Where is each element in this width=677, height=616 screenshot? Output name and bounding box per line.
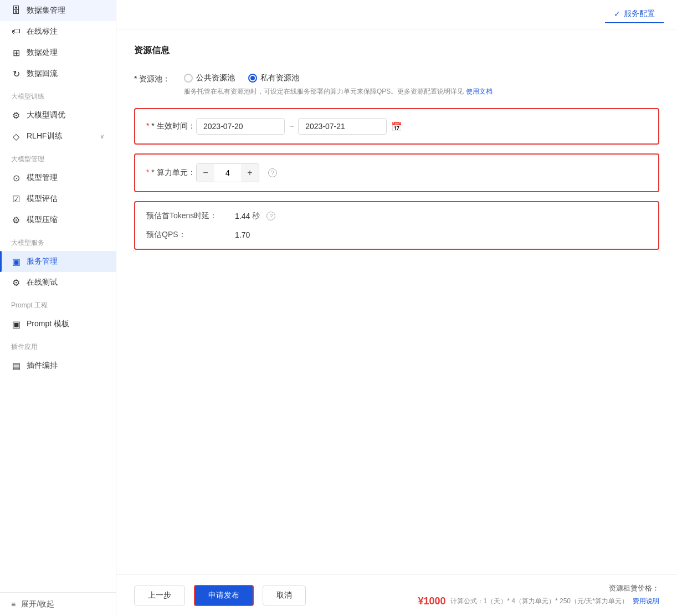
tokens-latency-value: 1.44 bbox=[235, 212, 250, 220]
sidebar-item-service-manage[interactable]: ▣ 服务管理 bbox=[0, 251, 116, 272]
private-pool-radio[interactable] bbox=[248, 74, 257, 83]
section-label-service: 大模型服务 bbox=[0, 230, 116, 251]
rlhf-arrow-icon: ∨ bbox=[100, 132, 105, 140]
resource-pool-options: 公共资源池 私有资源池 bbox=[184, 70, 493, 83]
model-compress-icon: ⚙ bbox=[11, 215, 21, 225]
date-separator: ~ bbox=[289, 122, 294, 131]
sidebar-item-label: RLHF训练 bbox=[27, 131, 63, 141]
price-row: ¥1000 计算公式：1（天）* 4（算力单元）* 250（元/天*算力单元） … bbox=[418, 596, 659, 607]
finetune-icon: ⚙ bbox=[11, 110, 21, 120]
estimation-box: 预估首Tokens时延： 1.44 秒 ? 预估QPS： 1.70 bbox=[134, 201, 659, 250]
sidebar-item-label: 模型压缩 bbox=[27, 215, 58, 225]
sidebar-item-label: 在线测试 bbox=[27, 278, 58, 288]
data-process-icon: ⊞ bbox=[11, 48, 21, 58]
sidebar-item-data-process[interactable]: ⊞ 数据处理 bbox=[0, 42, 116, 63]
sidebar-item-label: 数据处理 bbox=[27, 48, 58, 58]
sidebar-item-model-manage[interactable]: ⊙ 模型管理 bbox=[0, 167, 116, 188]
tokens-latency-unit: 秒 bbox=[252, 211, 260, 221]
sidebar-collapse-toggle[interactable]: ≡ 展开/收起 bbox=[0, 592, 116, 616]
stepper-minus-button[interactable]: − bbox=[197, 164, 214, 182]
sidebar-item-label: Prompt 模板 bbox=[27, 319, 69, 329]
sidebar-item-label: 插件编排 bbox=[27, 361, 58, 371]
collapse-label: 展开/收起 bbox=[21, 599, 54, 609]
sidebar-item-label: 模型评估 bbox=[27, 194, 58, 204]
effective-time-box: * * 生效时间： ~ 📅 bbox=[134, 108, 659, 145]
date-start-input[interactable] bbox=[196, 118, 285, 135]
hint-link[interactable]: 使用文档 bbox=[466, 88, 493, 95]
stepper-value-input[interactable] bbox=[214, 165, 241, 181]
qps-row: 预估QPS： 1.70 bbox=[146, 230, 647, 240]
bottom-bar: 上一步 申请发布 取消 资源租赁价格： ¥1000 计算公式：1（天）* 4（算… bbox=[116, 574, 677, 616]
collapse-icon: ≡ bbox=[11, 600, 16, 609]
main-content: ✓ 服务配置 资源信息 * 资源池： 公共资源池 私有资源池 bbox=[116, 0, 677, 616]
prev-button[interactable]: 上一步 bbox=[134, 586, 185, 605]
submit-button[interactable]: 申请发布 bbox=[194, 585, 254, 606]
sidebar-item-plugin-arrange[interactable]: ▤ 插件编排 bbox=[0, 355, 116, 376]
tokens-latency-row: 预估首Tokens时延： 1.44 秒 ? bbox=[146, 211, 647, 221]
online-test-icon: ⚙ bbox=[11, 278, 21, 288]
rlhf-icon: ◇ bbox=[11, 131, 21, 141]
price-link[interactable]: 费用说明 bbox=[633, 597, 659, 606]
sidebar: 🗄 数据集管理 🏷 在线标注 ⊞ 数据处理 ↻ 数据回流 大模型训练 ⚙ 大模型… bbox=[0, 0, 116, 616]
plugin-arrange-icon: ▤ bbox=[11, 361, 21, 371]
private-pool-label: 私有资源池 bbox=[260, 73, 299, 83]
date-end-input[interactable] bbox=[298, 118, 387, 135]
sidebar-item-label: 服务管理 bbox=[27, 256, 58, 266]
price-formula: 计算公式：1（天）* 4（算力单元）* 250（元/天*算力单元） bbox=[450, 597, 628, 606]
section-title: 资源信息 bbox=[134, 45, 659, 57]
calendar-icon[interactable]: 📅 bbox=[391, 121, 402, 132]
compute-unit-help-icon[interactable]: ? bbox=[268, 168, 277, 177]
date-range: ~ 📅 bbox=[196, 118, 402, 135]
top-tab-bar: ✓ 服务配置 bbox=[116, 0, 677, 29]
tab-check-icon: ✓ bbox=[614, 9, 620, 18]
resource-pool-label: * 资源池： bbox=[134, 70, 184, 84]
compute-unit-row: * * 算力单元： − + ? bbox=[146, 163, 647, 182]
public-pool-option[interactable]: 公共资源池 bbox=[184, 73, 235, 83]
sidebar-item-label: 数据回流 bbox=[27, 69, 58, 79]
sidebar-item-online-test[interactable]: ⚙ 在线测试 bbox=[0, 272, 116, 293]
sidebar-item-label: 大模型调优 bbox=[27, 110, 65, 120]
section-label-model-manage: 大模型管理 bbox=[0, 147, 116, 167]
sidebar-item-label: 数据集管理 bbox=[27, 6, 65, 16]
prompt-template-icon: ▣ bbox=[11, 319, 21, 329]
resource-pool-row: * 资源池： 公共资源池 私有资源池 服务托管在私有资源池时，可设定在线服务部署… bbox=[134, 70, 659, 97]
price-label: 资源租赁价格： bbox=[418, 583, 659, 593]
model-manage-icon: ⊙ bbox=[11, 173, 21, 183]
service-manage-icon: ▣ bbox=[11, 256, 21, 266]
compute-unit-stepper: − + bbox=[196, 163, 259, 182]
content-area: 资源信息 * 资源池： 公共资源池 私有资源池 服务托管在私有资源池时，可设定在… bbox=[116, 29, 677, 574]
section-label-train: 大模型训练 bbox=[0, 84, 116, 105]
effective-time-row: * * 生效时间： ~ 📅 bbox=[146, 118, 647, 135]
price-amount: ¥1000 bbox=[418, 596, 446, 607]
tab-label: 服务配置 bbox=[624, 9, 655, 19]
qps-value: 1.70 bbox=[235, 230, 250, 239]
sidebar-item-label: 模型管理 bbox=[27, 173, 58, 183]
resource-hint: 服务托管在私有资源池时，可设定在线服务部署的算力单元来保障QPS。更多资源配置说… bbox=[184, 86, 493, 97]
data-backflow-icon: ↻ bbox=[11, 69, 21, 79]
compute-unit-box: * * 算力单元： − + ? bbox=[134, 153, 659, 192]
private-pool-option[interactable]: 私有资源池 bbox=[248, 73, 299, 83]
sidebar-item-data-backflow[interactable]: ↻ 数据回流 bbox=[0, 63, 116, 84]
qps-label: 预估QPS： bbox=[146, 230, 235, 240]
tab-service-config[interactable]: ✓ 服务配置 bbox=[605, 6, 664, 23]
online-label-icon: 🏷 bbox=[11, 27, 21, 37]
cancel-button[interactable]: 取消 bbox=[263, 586, 306, 605]
public-pool-label: 公共资源池 bbox=[196, 73, 235, 83]
sidebar-item-model-eval[interactable]: ☑ 模型评估 bbox=[0, 188, 116, 209]
section-label-prompt: Prompt 工程 bbox=[0, 293, 116, 314]
sidebar-item-finetune[interactable]: ⚙ 大模型调优 bbox=[0, 105, 116, 126]
sidebar-item-model-compress[interactable]: ⚙ 模型压缩 bbox=[0, 209, 116, 230]
stepper-plus-button[interactable]: + bbox=[241, 164, 259, 182]
tokens-latency-help-icon[interactable]: ? bbox=[266, 212, 275, 220]
sidebar-item-rlhf[interactable]: ◇ RLHF训练 ∨ bbox=[0, 126, 116, 147]
sidebar-item-label: 在线标注 bbox=[27, 27, 58, 37]
dataset-icon: 🗄 bbox=[11, 6, 21, 16]
price-section: 资源租赁价格： ¥1000 计算公式：1（天）* 4（算力单元）* 250（元/… bbox=[418, 583, 659, 607]
compute-unit-label: * * 算力单元： bbox=[146, 168, 196, 178]
sidebar-item-dataset[interactable]: 🗄 数据集管理 bbox=[0, 0, 116, 21]
effective-time-label: * * 生效时间： bbox=[146, 121, 196, 131]
public-pool-radio[interactable] bbox=[184, 74, 193, 83]
sidebar-item-prompt-template[interactable]: ▣ Prompt 模板 bbox=[0, 314, 116, 335]
tokens-latency-label: 预估首Tokens时延： bbox=[146, 211, 235, 221]
sidebar-item-online-label[interactable]: 🏷 在线标注 bbox=[0, 21, 116, 42]
